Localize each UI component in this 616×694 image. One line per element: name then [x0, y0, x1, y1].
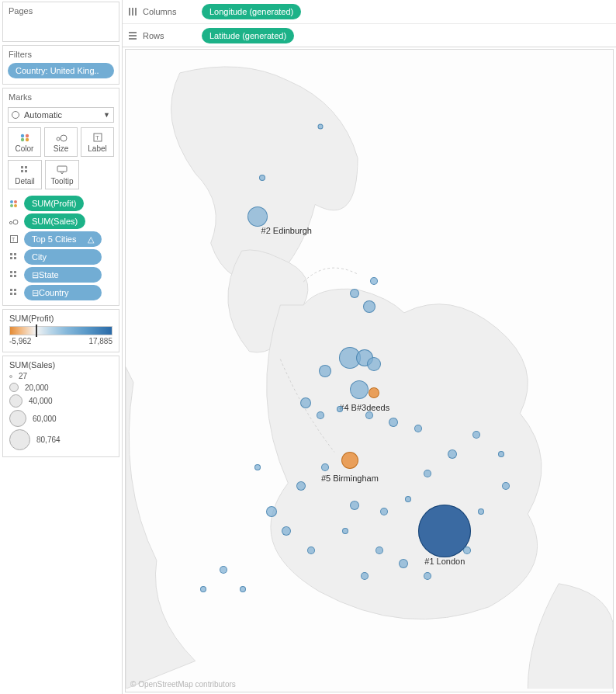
bubble-city[interactable]	[266, 506, 277, 517]
bubble-city[interactable]	[317, 411, 324, 419]
detail-icon	[20, 164, 29, 176]
bubble-city[interactable]	[367, 357, 381, 371]
bubble-birmingham[interactable]	[341, 452, 358, 469]
bubble-edinburgh[interactable]	[247, 206, 268, 227]
bubble-city[interactable]	[424, 470, 431, 477]
detail-icon	[8, 271, 20, 279]
filter-pill-country[interactable]: Country: United King..	[8, 63, 114, 78]
columns-pill-longitude[interactable]: Longitude (generated)	[202, 4, 301, 19]
bubble-city[interactable]	[350, 501, 359, 510]
bubble-city[interactable]	[363, 300, 375, 313]
pages-shelf-header: Pages	[3, 2, 119, 18]
bubble-city[interactable]	[448, 449, 457, 459]
svg-rect-10	[21, 170, 23, 172]
bubble-city[interactable]	[472, 431, 480, 439]
bubble-city[interactable]	[399, 559, 408, 568]
mark-label-top5[interactable]: T Top 5 Cities △	[8, 231, 114, 247]
svg-rect-35	[135, 8, 137, 16]
svg-text:T: T	[95, 134, 99, 141]
bubble-city[interactable]	[498, 451, 504, 457]
marks-color-button[interactable]: Color	[8, 127, 41, 157]
mark-detail-state[interactable]: ⊟ State	[8, 267, 114, 283]
bubble-city[interactable]	[307, 547, 315, 554]
bubble-city[interactable]	[350, 289, 359, 298]
bubble-city[interactable]	[405, 496, 411, 502]
profit-legend[interactable]: SUM(Profit) -5,962 17,885	[2, 309, 119, 352]
bubble-city[interactable]	[282, 526, 291, 536]
bubble-city[interactable]	[424, 572, 431, 580]
sales-legend[interactable]: SUM(Sales) 27 20,000 40,000 60,000 80,76…	[2, 356, 119, 457]
svg-point-4	[57, 137, 60, 141]
mark-size-sales[interactable]: SUM(Sales)	[8, 213, 114, 229]
rows-shelf[interactable]: Rows	[127, 31, 202, 40]
bubble-city[interactable]	[478, 508, 484, 515]
map-view[interactable]: #1 London #2 Edinburgh #5 Birmingham #4 …	[125, 49, 614, 692]
sales-legend-title: SUM(Sales)	[9, 360, 112, 370]
svg-rect-36	[129, 32, 137, 33]
bubble-city[interactable]	[319, 365, 331, 377]
mark-detail-city[interactable]: City	[8, 249, 114, 265]
label-icon: T	[93, 131, 102, 144]
size-icon	[55, 131, 67, 144]
svg-point-3	[25, 138, 28, 141]
svg-rect-38	[129, 38, 137, 40]
bubble-city[interactable]	[220, 566, 227, 574]
top5-pill: Top 5 Cities △	[24, 231, 102, 247]
svg-point-13	[10, 200, 13, 203]
bubble-city[interactable]	[375, 547, 383, 554]
columns-icon	[127, 7, 138, 16]
svg-rect-33	[129, 8, 130, 16]
svg-rect-27	[10, 275, 12, 277]
bubble-bradford[interactable]	[369, 387, 379, 398]
bubble-city[interactable]	[380, 508, 388, 515]
bubble-city[interactable]	[296, 481, 306, 491]
bubble-city[interactable]	[502, 482, 510, 490]
marks-detail-button[interactable]: Detail	[8, 160, 42, 189]
marks-header: Marks	[3, 88, 119, 104]
bubble-city[interactable]	[254, 464, 261, 470]
rows-pill-latitude[interactable]: Latitude (generated)	[202, 28, 294, 43]
bubble-city[interactable]	[463, 547, 471, 554]
bubble-city[interactable]	[414, 425, 422, 432]
svg-rect-12	[57, 166, 67, 172]
bubble-city[interactable]	[240, 586, 246, 592]
svg-rect-22	[14, 253, 16, 255]
chevron-down-icon: ▼	[103, 111, 110, 119]
detail-icon	[8, 289, 20, 297]
columns-shelf[interactable]: Columns	[127, 7, 202, 16]
svg-rect-31	[10, 293, 12, 295]
bubble-city[interactable]	[342, 528, 348, 534]
marks-tooltip-button[interactable]: Tooltip	[45, 160, 79, 189]
warning-icon: △	[88, 234, 94, 245]
bubble-city[interactable]	[337, 406, 343, 412]
svg-rect-21	[10, 253, 12, 255]
bubble-city[interactable]	[259, 175, 265, 181]
color-icon	[19, 131, 30, 144]
svg-point-17	[9, 221, 12, 224]
label-leeds: #4 B#3deeds	[339, 403, 389, 412]
svg-rect-26	[14, 271, 16, 273]
svg-text:T: T	[12, 237, 16, 242]
svg-rect-9	[25, 166, 27, 168]
bubble-leeds[interactable]	[350, 380, 369, 399]
bubble-city[interactable]	[318, 124, 324, 130]
bubble-city[interactable]	[300, 397, 311, 408]
mark-color-profit[interactable]: SUM(Profit)	[8, 196, 114, 211]
bubble-city[interactable]	[361, 572, 369, 580]
profit-legend-title: SUM(Profit)	[9, 314, 112, 323]
label-icon: T	[8, 235, 20, 243]
marks-label-button[interactable]: T Label	[81, 127, 114, 157]
svg-rect-11	[25, 170, 27, 172]
bubble-city[interactable]	[200, 586, 206, 592]
mark-detail-country[interactable]: ⊟ Country	[8, 285, 114, 300]
bubble-city[interactable]	[370, 277, 378, 285]
marks-type-label: Automatic	[24, 110, 62, 120]
marks-size-button[interactable]: Size	[44, 127, 78, 157]
bubble-city[interactable]	[365, 411, 373, 419]
label-edinburgh: #2 Edinburgh	[261, 226, 312, 235]
label-london: #1 London	[424, 557, 465, 566]
bubble-city[interactable]	[321, 463, 329, 471]
marks-type-select[interactable]: Automatic ▼	[8, 107, 114, 123]
profit-max: 17,885	[88, 337, 112, 345]
bubble-city[interactable]	[389, 418, 398, 427]
